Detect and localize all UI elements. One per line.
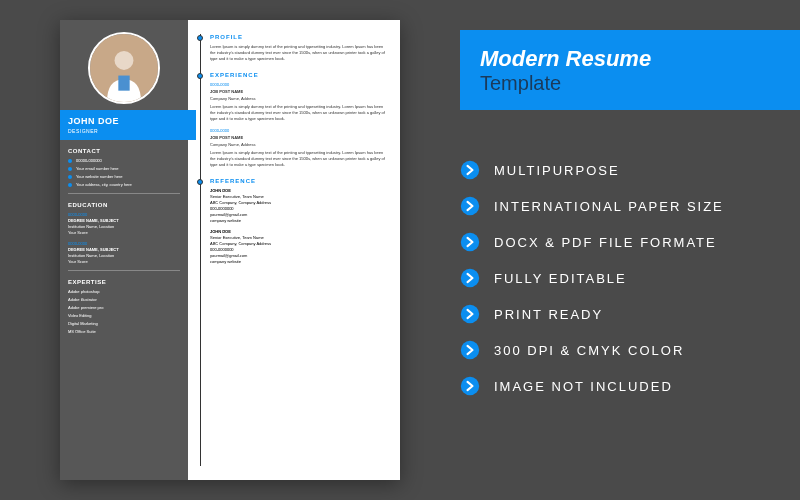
section-dot-icon bbox=[197, 73, 203, 79]
edu-degree: DEGREE NAME, SUBJECT bbox=[68, 218, 180, 223]
feature-label: IMAGE NOT INCLUDED bbox=[494, 379, 673, 394]
chevron-right-icon bbox=[460, 232, 480, 252]
expertise-item: Digital Marketing bbox=[68, 321, 180, 326]
job-company: Company Name, Address bbox=[210, 142, 388, 148]
divider bbox=[68, 193, 180, 194]
reference-section: REFERENCE JOHN DOESenior Executive, Team… bbox=[200, 178, 388, 265]
svg-point-4 bbox=[461, 305, 479, 323]
svg-point-2 bbox=[461, 233, 479, 251]
ref-web: company website bbox=[210, 259, 388, 265]
feature-item: PRINT READY bbox=[460, 304, 770, 324]
profile-section: PROFILE Lorem Ipsum is simply dummy text… bbox=[200, 34, 388, 62]
chevron-right-icon bbox=[460, 376, 480, 396]
person-role: DESIGNER bbox=[68, 128, 188, 134]
expertise-item: Adobe illustrator bbox=[68, 297, 180, 302]
education-header: EDUCATION bbox=[68, 202, 180, 208]
feature-label: FULLY EDITABLE bbox=[494, 271, 627, 286]
expertise-item: Adobe premiere pro bbox=[68, 305, 180, 310]
svg-point-6 bbox=[461, 377, 479, 395]
edu-dates: 0000-0000 bbox=[68, 241, 180, 246]
feature-label: DOCX & PDF FILE FORMATE bbox=[494, 235, 717, 250]
edu-institution: Institution Name, Location bbox=[68, 253, 180, 258]
svg-point-0 bbox=[461, 161, 479, 179]
education-item: 0000-0000DEGREE NAME, SUBJECTInstitution… bbox=[68, 241, 180, 264]
job-body: Lorem Ipsum is simply dummy text of the … bbox=[210, 150, 388, 168]
chevron-right-icon bbox=[460, 304, 480, 324]
feature-item: 300 DPI & CMYK COLOR bbox=[460, 340, 770, 360]
expertise-header: EXPERTISE bbox=[68, 279, 180, 285]
contact-text: Your email number here bbox=[76, 166, 119, 171]
bullet-icon bbox=[68, 159, 72, 163]
feature-item: DOCX & PDF FILE FORMATE bbox=[460, 232, 770, 252]
feature-item: IMAGE NOT INCLUDED bbox=[460, 376, 770, 396]
feature-item: MULTIPURPOSE bbox=[460, 160, 770, 180]
job-item: 0000-0000JOB POST NAMECompany Name, Addr… bbox=[210, 82, 388, 122]
promo-title-2: Template bbox=[480, 72, 800, 95]
divider bbox=[68, 270, 180, 271]
job-dates: 0000-0000 bbox=[210, 128, 388, 134]
feature-item: INTERNATIONAL PAPER SIZE bbox=[460, 196, 770, 216]
edu-score: Your Score bbox=[68, 259, 180, 264]
feature-item: FULLY EDITABLE bbox=[460, 268, 770, 288]
promo-banner: Modern Resume Template bbox=[460, 30, 800, 110]
job-item: 0000-0000JOB POST NAMECompany Name, Addr… bbox=[210, 128, 388, 168]
feature-label: INTERNATIONAL PAPER SIZE bbox=[494, 199, 724, 214]
avatar bbox=[88, 32, 160, 104]
job-title: JOB POST NAME bbox=[210, 89, 388, 95]
contact-section: CONTACT 00000-000000Your email number he… bbox=[60, 148, 188, 187]
chevron-right-icon bbox=[460, 196, 480, 216]
experience-section: EXPERIENCE 0000-0000JOB POST NAMECompany… bbox=[200, 72, 388, 168]
reference-item: JOHN DOESenior Executive, Team NameABC C… bbox=[210, 229, 388, 265]
svg-point-3 bbox=[461, 269, 479, 287]
expertise-item: Video Editing bbox=[68, 313, 180, 318]
edu-dates: 0000-0000 bbox=[68, 212, 180, 217]
resume-page: JOHN DOE DESIGNER CONTACT 00000-000000Yo… bbox=[60, 20, 400, 480]
svg-point-8 bbox=[115, 51, 134, 70]
ref-web: company website bbox=[210, 218, 388, 224]
feature-label: MULTIPURPOSE bbox=[494, 163, 620, 178]
contact-item: Your email number here bbox=[68, 166, 180, 171]
chevron-right-icon bbox=[460, 160, 480, 180]
job-dates: 0000-0000 bbox=[210, 82, 388, 88]
name-block: JOHN DOE DESIGNER bbox=[60, 110, 196, 140]
contact-header: CONTACT bbox=[68, 148, 180, 154]
bullet-icon bbox=[68, 183, 72, 187]
chevron-right-icon bbox=[460, 268, 480, 288]
avatar-placeholder-icon bbox=[90, 34, 158, 102]
svg-point-5 bbox=[461, 341, 479, 359]
expertise-item: MS Office Suite bbox=[68, 329, 180, 334]
education-section: EDUCATION 0000-0000DEGREE NAME, SUBJECTI… bbox=[60, 202, 188, 264]
expertise-item: Adobe photoshop bbox=[68, 289, 180, 294]
contact-item: 00000-000000 bbox=[68, 158, 180, 163]
reference-header: REFERENCE bbox=[210, 178, 388, 184]
section-dot-icon bbox=[197, 35, 203, 41]
job-title: JOB POST NAME bbox=[210, 135, 388, 141]
job-body: Lorem Ipsum is simply dummy text of the … bbox=[210, 104, 388, 122]
reference-item: JOHN DOESenior Executive, Team NameABC C… bbox=[210, 188, 388, 224]
expertise-section: EXPERTISE Adobe photoshopAdobe illustrat… bbox=[60, 279, 188, 334]
section-dot-icon bbox=[197, 179, 203, 185]
contact-text: Your address, city, country here bbox=[76, 182, 132, 187]
edu-degree: DEGREE NAME, SUBJECT bbox=[68, 247, 180, 252]
contact-text: Your website number here bbox=[76, 174, 123, 179]
bullet-icon bbox=[68, 167, 72, 171]
edu-score: Your Score bbox=[68, 230, 180, 235]
job-company: Company Name, Address bbox=[210, 96, 388, 102]
resume-main: PROFILE Lorem Ipsum is simply dummy text… bbox=[188, 20, 400, 480]
resume-sidebar: JOHN DOE DESIGNER CONTACT 00000-000000Yo… bbox=[60, 20, 188, 480]
profile-body: Lorem Ipsum is simply dummy text of the … bbox=[210, 44, 388, 62]
feature-label: 300 DPI & CMYK COLOR bbox=[494, 343, 684, 358]
edu-institution: Institution Name, Location bbox=[68, 224, 180, 229]
experience-header: EXPERIENCE bbox=[210, 72, 388, 78]
profile-header: PROFILE bbox=[210, 34, 388, 40]
person-name: JOHN DOE bbox=[68, 116, 188, 126]
svg-rect-9 bbox=[118, 76, 129, 91]
promo-title-1: Modern Resume bbox=[480, 46, 800, 72]
bullet-icon bbox=[68, 175, 72, 179]
education-item: 0000-0000DEGREE NAME, SUBJECTInstitution… bbox=[68, 212, 180, 235]
contact-item: Your website number here bbox=[68, 174, 180, 179]
feature-label: PRINT READY bbox=[494, 307, 603, 322]
contact-text: 00000-000000 bbox=[76, 158, 102, 163]
contact-item: Your address, city, country here bbox=[68, 182, 180, 187]
feature-list: MULTIPURPOSEINTERNATIONAL PAPER SIZEDOCX… bbox=[460, 160, 770, 412]
